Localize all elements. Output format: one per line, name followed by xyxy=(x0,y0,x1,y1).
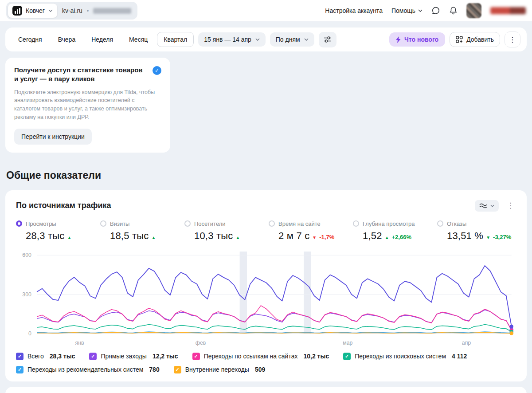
chevron-down-icon xyxy=(255,38,260,41)
delta-value: +2,66% xyxy=(392,234,411,240)
account-settings-link[interactable]: Настройка аккаунта xyxy=(325,7,383,14)
legend-item-1[interactable]: ✓Всего28,3 тыс xyxy=(16,353,75,360)
metric-value: 10,3 тыс xyxy=(194,230,233,242)
check-badge-icon: ✓ xyxy=(153,66,161,75)
next-widget-partial xyxy=(5,387,527,393)
top-header: Ковчег kv-ai.ru • Настройка аккаунта Пом… xyxy=(0,0,532,21)
toolbar-kebab-menu[interactable]: ⋮ xyxy=(505,31,520,47)
legend-item-5[interactable]: ✓Переходы из рекомендательных систем780 xyxy=(16,366,160,373)
legend-checkbox[interactable]: ✓ xyxy=(89,353,97,360)
legend-row-1: ✓Всего28,3 тыс✓Прямые заходы12,2 тыс✓Пер… xyxy=(16,353,516,360)
kebab-icon: ⋮ xyxy=(507,201,514,210)
metric-radio[interactable] xyxy=(437,220,443,227)
widget-kebab-menu[interactable]: ⋮ xyxy=(505,201,516,210)
metric-radio[interactable] xyxy=(269,220,275,227)
metric-value: 28,3 тыс xyxy=(26,230,64,242)
metric-value: 2 м 7 с xyxy=(278,230,309,242)
metric-radio[interactable] xyxy=(100,220,106,227)
chart-legend: ✓Всего28,3 тыс✓Прямые заходы12,2 тыс✓Пер… xyxy=(16,353,516,373)
metric-users[interactable]: Посетители 10,3 тыс▲ xyxy=(184,220,263,242)
svg-text:300: 300 xyxy=(22,291,31,297)
legend-value: 10,2 тыс xyxy=(303,353,329,360)
tab-week[interactable]: Неделя xyxy=(85,32,120,47)
redacted-username xyxy=(490,7,526,14)
date-range-picker[interactable]: 15 янв — 14 апр xyxy=(198,32,266,47)
chat-icon[interactable] xyxy=(431,6,440,15)
help-menu[interactable]: Помощь xyxy=(391,7,422,14)
chevron-down-icon xyxy=(48,9,53,12)
widget-title: По источникам трафика xyxy=(16,201,475,210)
legend-checkbox[interactable]: ✓ xyxy=(174,366,181,373)
tab-today[interactable]: Сегодня xyxy=(12,32,49,47)
metric-value: 18,5 тыс xyxy=(110,230,149,242)
promo-card: Получите доступ к статистике товаров и у… xyxy=(5,58,170,153)
main-content: Сегодня Вчера Неделя Месяц Квартал 15 ян… xyxy=(0,28,532,393)
header-right: Настройка аккаунта Помощь xyxy=(325,3,526,18)
legend-item-3[interactable]: ✓Переходы по ссылкам на сайтах10,2 тыс xyxy=(192,353,329,360)
delta-value: -3,27% xyxy=(493,234,511,240)
metric-radio[interactable] xyxy=(184,220,191,227)
counter-name: Ковчег xyxy=(26,7,45,14)
separator-dot: • xyxy=(87,8,89,14)
kebab-icon: ⋮ xyxy=(509,35,516,44)
metric-value: 13,51 % xyxy=(447,230,483,242)
legend-checkbox[interactable]: ✓ xyxy=(343,353,351,360)
date-range-label: 15 янв — 14 апр xyxy=(204,36,251,43)
svg-text:апр: апр xyxy=(462,339,471,346)
tab-month[interactable]: Месяц xyxy=(122,32,154,47)
svg-text:фев: фев xyxy=(196,339,206,346)
redacted-counter-label xyxy=(93,8,131,14)
legend-label: Внутренние переходы xyxy=(185,366,249,373)
wave-chart-icon xyxy=(479,203,487,208)
metric-views[interactable]: Просмотры 28,3 тыс▲ xyxy=(16,220,95,242)
delta-arrow-icon: ▲ xyxy=(151,235,156,240)
legend-checkbox[interactable]: ✓ xyxy=(16,366,23,373)
traffic-chart-svg[interactable]: 0300600янвфевмарапр xyxy=(16,250,516,346)
promo-description: Подключите электронную коммерцию для Til… xyxy=(14,88,161,122)
chevron-down-icon xyxy=(418,9,422,12)
grouping-label: По дням xyxy=(276,36,300,43)
metric-label: Посетители xyxy=(194,220,226,227)
legend-value: 12,2 тыс xyxy=(153,353,178,360)
user-avatar[interactable] xyxy=(466,3,481,18)
check-icon: ✓ xyxy=(18,367,22,372)
metric-visits[interactable]: Визиты 18,5 тыс▲ xyxy=(100,220,179,242)
notifications-bell-icon[interactable] xyxy=(449,6,458,15)
check-icon: ✓ xyxy=(91,354,95,359)
metric-radio[interactable] xyxy=(353,220,359,227)
metric-radio[interactable] xyxy=(16,220,22,227)
metric-value: 1,52 xyxy=(363,230,382,242)
legend-row-2: ✓Переходы из рекомендательных систем780✓… xyxy=(16,366,516,373)
legend-label: Переходы из рекомендательных систем xyxy=(27,366,143,373)
metric-bounce-rate[interactable]: Отказы 13,51 %▼-3,27% xyxy=(437,220,516,242)
tab-quarter[interactable]: Квартал xyxy=(157,32,194,47)
legend-value: 28,3 тыс xyxy=(50,353,75,360)
metric-depth[interactable]: Глубина просмотра 1,52▲+2,66% xyxy=(353,220,432,242)
lightning-icon xyxy=(396,36,401,43)
section-title: Общие показатели xyxy=(6,169,526,181)
metric-time-on-site[interactable]: Время на сайте 2 м 7 с▼-1,7% xyxy=(269,220,348,242)
grouping-select[interactable]: По дням xyxy=(270,32,314,47)
legend-item-6[interactable]: ✓Внутренние переходы509 xyxy=(174,366,266,373)
legend-value: 509 xyxy=(255,366,265,373)
legend-item-2[interactable]: ✓Прямые заходы12,2 тыс xyxy=(89,353,178,360)
legend-checkbox[interactable]: ✓ xyxy=(192,353,200,360)
legend-label: Переходы по ссылкам на сайтах xyxy=(204,353,298,360)
delta-arrow-icon: ▲ xyxy=(67,235,71,240)
legend-item-4[interactable]: ✓Переходы из поисковых систем4 112 xyxy=(343,353,467,360)
toolbar: Сегодня Вчера Неделя Месяц Квартал 15 ян… xyxy=(5,28,527,51)
promo-instruction-button[interactable]: Перейти к инструкции xyxy=(14,129,92,145)
chart-type-selector[interactable] xyxy=(475,200,499,212)
whats-new-button[interactable]: Что нового xyxy=(389,32,445,47)
whats-new-label: Что нового xyxy=(404,36,438,43)
filters-button[interactable] xyxy=(319,32,336,47)
legend-checkbox[interactable]: ✓ xyxy=(16,353,23,360)
counter-domain[interactable]: kv-ai.ru xyxy=(62,7,82,14)
add-widget-icon xyxy=(456,36,463,43)
tab-yesterday[interactable]: Вчера xyxy=(51,32,82,47)
add-button[interactable]: Добавить xyxy=(450,32,500,47)
traffic-chart[interactable]: 0300600янвфевмарапр xyxy=(16,250,516,346)
counter-switcher[interactable]: Ковчег xyxy=(8,3,58,18)
metric-label: Глубина просмотра xyxy=(363,220,415,227)
sliders-icon xyxy=(324,36,332,43)
